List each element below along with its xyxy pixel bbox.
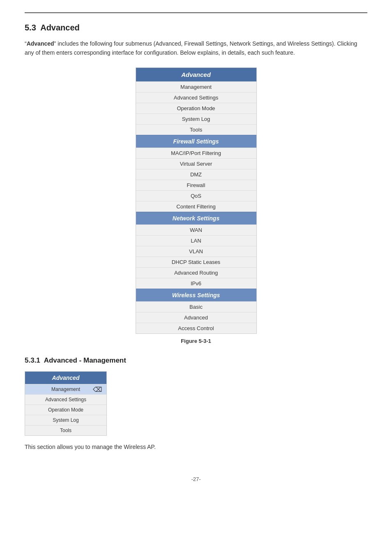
menu-section-firewall: Firewall Settings (136, 135, 256, 148)
menu-item-mac-ip-port[interactable]: MAC/IP/Port Filtering (136, 148, 256, 158)
menu-item-system-log[interactable]: System Log (136, 113, 256, 124)
menu-item-advanced-wireless[interactable]: Advanced (136, 312, 256, 323)
menu-item-dhcp-static-leases[interactable]: DHCP Static Leases (136, 257, 256, 267)
small-menu-header: Advanced (25, 372, 106, 384)
section-title: 5.3 Advanced (25, 23, 367, 32)
main-menu-container: Advanced Management Advanced Settings Op… (136, 67, 257, 334)
cursor-icon: ⌫ (93, 385, 102, 393)
section-body: “Advanced” includes the following four s… (25, 39, 367, 58)
small-menu-item-management[interactable]: Management ⌫ (25, 384, 106, 394)
menu-section-wireless: Wireless Settings (136, 289, 256, 301)
menu-item-lan[interactable]: LAN (136, 235, 256, 246)
main-menu-header: Advanced (136, 68, 256, 81)
figure-caption: Figure 5-3-1 (25, 338, 367, 344)
menu-item-management[interactable]: Management (136, 81, 256, 92)
top-divider (25, 12, 367, 13)
menu-item-vlan[interactable]: VLAN (136, 246, 256, 257)
menu-item-operation-mode[interactable]: Operation Mode (136, 103, 256, 113)
bold-advanced: Advanced (27, 40, 54, 47)
menu-item-dmz[interactable]: DMZ (136, 169, 256, 180)
small-menu-item-system-log[interactable]: System Log (25, 415, 106, 425)
subsection-body: This section allows you to manage the Wi… (25, 442, 367, 451)
subsection-title: 5.3.1 Advanced - Management (25, 356, 367, 365)
menu-item-basic[interactable]: Basic (136, 301, 256, 312)
menu-section-network: Network Settings (136, 212, 256, 224)
menu-item-firewall[interactable]: Firewall (136, 180, 256, 190)
menu-item-wan[interactable]: WAN (136, 224, 256, 235)
menu-item-access-control[interactable]: Access Control (136, 323, 256, 333)
small-menu-item-operation-mode[interactable]: Operation Mode (25, 405, 106, 415)
menu-item-advanced-settings[interactable]: Advanced Settings (136, 92, 256, 103)
page-number: -27- (25, 476, 367, 482)
small-menu-container: Advanced Management ⌫ Advanced Settings … (25, 371, 107, 436)
menu-item-qos[interactable]: QoS (136, 190, 256, 201)
menu-item-advanced-routing[interactable]: Advanced Routing (136, 267, 256, 278)
small-menu-item-advanced-settings[interactable]: Advanced Settings (25, 394, 106, 405)
small-menu-item-tools[interactable]: Tools (25, 425, 106, 435)
menu-item-tools[interactable]: Tools (136, 124, 256, 135)
menu-item-content-filtering[interactable]: Content Filtering (136, 201, 256, 212)
menu-item-virtual-server[interactable]: Virtual Server (136, 158, 256, 169)
menu-item-ipv6[interactable]: IPv6 (136, 278, 256, 289)
